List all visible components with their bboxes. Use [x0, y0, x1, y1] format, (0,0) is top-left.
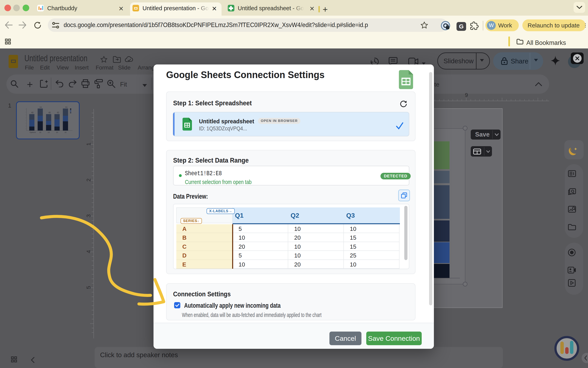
- svg-text:2: 2: [85, 178, 92, 182]
- svg-text:3: 3: [85, 214, 92, 217]
- svg-text:65: 65: [40, 107, 42, 108]
- svg-text:1: 1: [85, 143, 92, 146]
- svg-text:13: 13: [48, 131, 50, 133]
- svg-text:43: 43: [57, 111, 59, 114]
- svg-text:5: 5: [85, 286, 92, 289]
- svg-text:40: 40: [31, 111, 34, 114]
- svg-text:Options: Options: [30, 131, 36, 133]
- svg-text:15: 15: [64, 131, 66, 133]
- svg-text:9: 9: [465, 92, 468, 98]
- svg-text:15: 15: [39, 131, 41, 133]
- svg-text:40: 40: [48, 111, 51, 114]
- svg-text:4: 4: [85, 250, 92, 253]
- svg-text:20: 20: [56, 131, 58, 133]
- svg-text:65: 65: [65, 107, 68, 108]
